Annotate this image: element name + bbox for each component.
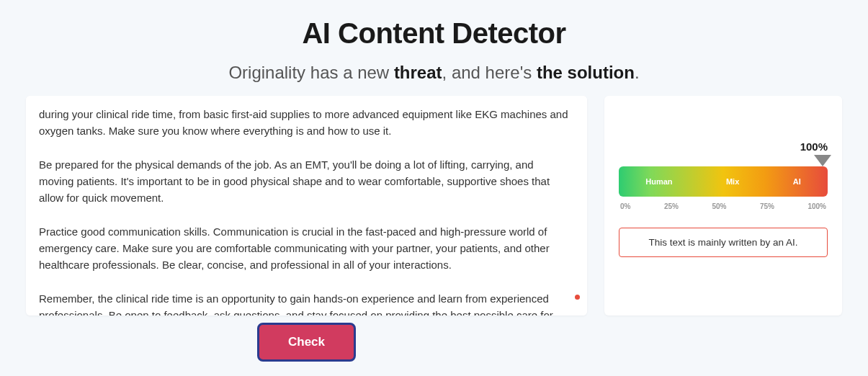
tick-25: 25% [664, 202, 679, 210]
gauge-pointer-icon [814, 155, 831, 166]
text-panel: Check [26, 96, 587, 362]
tick-50: 50% [712, 202, 726, 210]
tick-75: 75% [760, 202, 774, 210]
tick-0: 0% [620, 202, 630, 210]
main-layout: Check 100% Human Mix AI 0% 25% 50% 75% 1… [0, 96, 868, 362]
subtitle-prefix: Originality has a new [228, 63, 393, 82]
subtitle: Originality has a new threat, and here's… [0, 63, 868, 83]
gauge: Human Mix AI 0% 25% 50% 75% 100% [619, 166, 828, 210]
text-area-wrapper [26, 96, 587, 315]
gauge-ticks: 0% 25% 50% 75% 100% [619, 202, 828, 210]
ai-percentage: 100% [800, 140, 828, 153]
check-button[interactable]: Check [257, 323, 356, 362]
subtitle-suffix: . [635, 63, 640, 82]
gauge-bar: Human Mix AI [619, 166, 828, 197]
subtitle-mid: , and here's [442, 63, 537, 82]
gauge-label-human: Human [645, 177, 672, 186]
subtitle-solution: the solution [537, 63, 635, 82]
content-input[interactable] [26, 96, 587, 315]
page-title: AI Content Detector [0, 0, 868, 50]
tick-100: 100% [807, 202, 826, 210]
verdict-box: This text is mainly written by an AI. [619, 228, 828, 257]
results-panel: 100% Human Mix AI 0% 25% 50% 75% 100% Th… [604, 96, 842, 315]
grammar-dot-icon [575, 295, 580, 300]
gauge-label-ai: AI [793, 177, 801, 186]
subtitle-threat: threat [394, 63, 442, 82]
gauge-label-mix: Mix [726, 177, 739, 186]
